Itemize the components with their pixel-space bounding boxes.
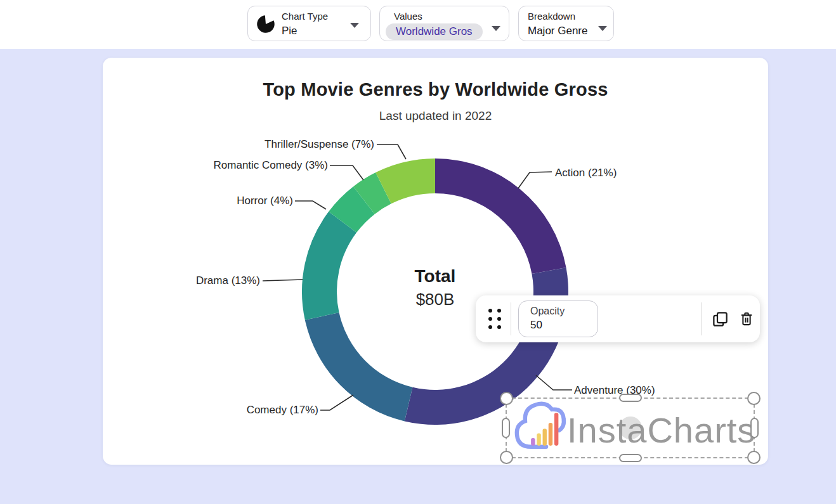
segment-label-drama: Drama (13%): [196, 275, 260, 287]
breakdown-label: Breakdown: [528, 11, 575, 22]
segment-label-adventure: Adventure (30%): [574, 384, 655, 397]
leader-line-comedy: [320, 395, 353, 410]
duplicate-button[interactable]: [707, 306, 733, 332]
selection-handle-top-right[interactable]: [747, 392, 761, 405]
leader-line-action: [518, 172, 552, 188]
top-toolbar: Chart Type Pie Values Worldwide Gros Bre…: [0, 0, 836, 49]
pie-segment-comedy[interactable]: [305, 313, 413, 421]
opacity-field[interactable]: Opacity: [518, 300, 598, 337]
selection-handle-bottom-right[interactable]: [747, 451, 761, 464]
chart-type-dropdown[interactable]: Chart Type Pie: [247, 6, 371, 41]
segment-label-romantic-comedy: Romantic Comedy (3%): [214, 159, 328, 172]
values-label: Values: [394, 11, 422, 22]
breakdown-dropdown[interactable]: Breakdown Major Genre: [518, 6, 614, 41]
chart-type-value: Pie: [282, 25, 297, 37]
opacity-label: Opacity: [530, 306, 598, 317]
toolbar-divider: [511, 302, 511, 335]
floating-toolbar: Opacity: [476, 295, 760, 342]
chevron-down-icon: [492, 26, 500, 31]
selection-handle-left-center[interactable]: [502, 418, 510, 438]
selection-box[interactable]: [506, 397, 755, 458]
leader-line-horror: [295, 201, 326, 209]
pie-chart-icon: [256, 15, 275, 34]
drag-handle-icon[interactable]: [488, 309, 501, 329]
donut-center-label: Total: [372, 266, 499, 287]
leader-line-drama: [263, 280, 303, 281]
copy-icon: [712, 311, 729, 328]
selection-handle-bottom-left[interactable]: [500, 451, 513, 464]
pie-segment-action[interactable]: [435, 158, 566, 274]
selection-handle-top-left[interactable]: [500, 392, 513, 405]
chart-type-label: Chart Type: [282, 11, 328, 22]
selection-handle-top-center[interactable]: [619, 394, 642, 402]
segment-label-thriller-suspense: Thriller/Suspense (7%): [265, 138, 374, 151]
segment-label-action: Action (21%): [555, 167, 617, 179]
delete-button[interactable]: [733, 306, 760, 332]
chevron-down-icon: [598, 26, 607, 31]
leader-line-adventure: [536, 375, 572, 390]
breakdown-value: Major Genre: [528, 25, 587, 37]
chevron-down-icon: [350, 23, 359, 28]
page: { "header": { "chart_type": { "label": "…: [0, 0, 836, 504]
leader-line-thriller-suspense: [377, 145, 406, 159]
opacity-input[interactable]: [530, 319, 587, 332]
selection-handle-right-center[interactable]: [750, 418, 759, 438]
values-dropdown[interactable]: Values Worldwide Gros: [379, 6, 509, 41]
selection-center-handle[interactable]: [619, 417, 642, 439]
trash-icon: [738, 311, 755, 327]
pie-segment-drama[interactable]: [302, 212, 356, 320]
leader-line-romantic-comedy: [330, 165, 363, 180]
selection-handle-bottom-center[interactable]: [619, 454, 642, 462]
values-selected-pill: Worldwide Gros: [386, 23, 483, 40]
segment-label-horror: Horror (4%): [237, 195, 293, 207]
segment-label-comedy: Comedy (17%): [247, 404, 318, 417]
toolbar-divider: [701, 302, 702, 335]
